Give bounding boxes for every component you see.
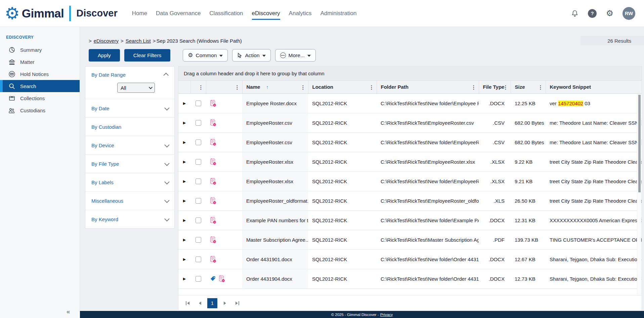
current-page-button[interactable]: 1 — [207, 298, 217, 308]
help-icon[interactable]: ? — [588, 9, 597, 18]
row-expand-arrow-icon[interactable]: ▶ — [178, 171, 190, 191]
common-dropdown-button[interactable]: ⚙ Common — [183, 49, 228, 62]
row-checkbox[interactable] — [196, 276, 201, 282]
filter-section-toggle[interactable]: By Date Range — [91, 67, 168, 83]
notifications-bell-icon[interactable] — [570, 9, 579, 18]
nav-ediscovery[interactable]: eDiscovery — [252, 0, 280, 27]
more-dropdown-button[interactable]: ••• More... — [275, 49, 316, 62]
location-column-header[interactable]: Location⋮ — [308, 81, 377, 93]
table-row[interactable]: ▶Employee Roster.docxSQL2012-RICKC:\Rick… — [178, 93, 642, 113]
sidebar-collapse-button[interactable]: « — [67, 308, 70, 315]
first-page-button[interactable] — [182, 298, 192, 308]
user-avatar[interactable]: RW — [622, 7, 635, 20]
row-expand-arrow-icon[interactable]: ▶ — [178, 113, 190, 132]
breadcrumb-link-search-list[interactable]: Search List — [126, 38, 151, 44]
filter-section-toggle[interactable]: By Labels — [91, 173, 168, 191]
table-row[interactable]: ▶EmployeeRoster.xlsxSQL2012-RICKC:\RickT… — [178, 152, 642, 171]
nav-classification[interactable]: Classification — [209, 0, 243, 27]
column-menu-icon[interactable]: ⋮ — [235, 84, 240, 89]
vertical-scrollbar[interactable] — [637, 94, 641, 295]
nav-home[interactable]: Home — [132, 0, 147, 27]
last-page-button[interactable] — [232, 298, 242, 308]
row-expand-arrow-icon[interactable]: ▶ — [178, 249, 190, 269]
chevron-down-icon — [219, 55, 223, 57]
column-menu-icon[interactable]: ⋮ — [199, 84, 204, 89]
previous-page-button[interactable] — [195, 298, 205, 308]
row-checkbox[interactable] — [196, 198, 201, 204]
nav-analytics[interactable]: Analytics — [289, 0, 312, 27]
column-menu-icon[interactable]: ⋮ — [538, 84, 543, 89]
file-type-column-header[interactable]: File Type⋮ — [479, 81, 511, 93]
table-row[interactable]: ▶EmployeeRoster.csvSQL2012-RICKC:\RickTe… — [178, 113, 642, 132]
sidebar-item-collections[interactable]: Collections — [0, 92, 80, 104]
row-expand-arrow-icon[interactable]: ▶ — [178, 132, 190, 152]
row-expand-arrow-icon[interactable]: ▶ — [178, 210, 190, 230]
column-menu-icon[interactable]: ⋮ — [301, 84, 306, 89]
row-expand-arrow-icon[interactable]: ▶ — [178, 152, 190, 171]
keyword-snippet-column-header[interactable]: Keyword Snippet — [546, 81, 642, 93]
row-checkbox[interactable] — [196, 159, 201, 165]
filter-section-toggle[interactable]: Miscellaneous — [91, 192, 168, 210]
row-checkbox[interactable] — [196, 101, 201, 106]
table-row[interactable]: ▶EmployeeRoster_oldformat....SQL2012-RIC… — [178, 191, 642, 210]
size-column-header[interactable]: Size⋮ — [511, 81, 546, 93]
cell-keyword-snippet: me: Theodore Last Name: Cleaver SSN: 145… — [546, 113, 642, 132]
document-flag-icon — [210, 256, 216, 263]
table-row[interactable]: ▶Order 4431904.docxSQL2012-RICKC:\RickTe… — [178, 269, 642, 288]
row-checkbox[interactable] — [196, 217, 201, 223]
cell-location: SQL2012-RICK — [308, 249, 377, 269]
scrollbar-thumb[interactable] — [638, 95, 641, 192]
table-row[interactable]: ▶Master Subscription Agree...SQL2012-RIC… — [178, 230, 642, 249]
sidebar-item-hold-notices[interactable]: Hold Notices — [0, 68, 80, 80]
table-row[interactable]: ▶EmployeeRoster.xlsxSQL2012-RICKC:\RickT… — [178, 171, 642, 191]
row-checkbox[interactable] — [196, 237, 201, 243]
sidebar-item-search[interactable]: Search — [0, 80, 80, 92]
sidebar-item-summary[interactable]: Summary — [0, 44, 80, 56]
row-expand-arrow-icon[interactable]: ▶ — [178, 93, 190, 113]
row-checkbox[interactable] — [196, 120, 201, 126]
icons-column-header[interactable]: ⋮ — [206, 81, 242, 93]
settings-gear-icon[interactable]: ⚙ — [605, 9, 614, 18]
pie-chart-icon — [8, 46, 15, 53]
clear-filters-button[interactable]: Clear Filters — [124, 49, 171, 62]
document-flag-icon — [210, 158, 216, 165]
row-expand-arrow-icon[interactable]: ▶ — [178, 191, 190, 210]
cursor-arrow-icon — [237, 53, 242, 58]
cell-keyword-snippet: XXXXXXXXXXX0005 American Express 3714 — [546, 210, 642, 230]
row-expand-arrow-icon[interactable]: ▶ — [178, 230, 190, 249]
row-checkbox[interactable] — [196, 140, 201, 145]
column-menu-icon[interactable]: ⋮ — [471, 84, 476, 89]
row-checkbox[interactable] — [196, 178, 201, 184]
filter-section-toggle[interactable]: By Keyword — [91, 210, 168, 228]
sidebar-item-custodians[interactable]: Custodians — [0, 104, 80, 116]
sidebar-item-matter[interactable]: Matter — [0, 56, 80, 68]
action-dropdown-button[interactable]: Action — [232, 49, 270, 62]
folder-path-column-header[interactable]: Folder Path⋮ — [377, 81, 479, 93]
cell-file-type: .CSV — [479, 132, 511, 152]
cell-size: 9.22 KB — [511, 152, 546, 171]
brand-product: Discover — [76, 8, 118, 19]
filter-section-toggle[interactable]: By Device — [91, 136, 168, 154]
table-row[interactable]: ▶Order 4431901.docxSQL2012-RICKC:\RickTe… — [178, 249, 642, 269]
cell-name: EmployeeRoster_oldformat.... — [242, 191, 308, 210]
filter-section-toggle[interactable]: By Date — [91, 99, 168, 117]
filter-section-toggle[interactable]: By File Type — [91, 155, 168, 173]
nav-administration[interactable]: Administration — [320, 0, 357, 27]
select-column-header[interactable]: ⋮ — [190, 81, 206, 93]
nav-data-governance[interactable]: Data Governance — [156, 0, 201, 27]
column-menu-icon[interactable]: ⋮ — [503, 84, 508, 89]
row-expand-arrow-icon[interactable]: ▶ — [178, 269, 190, 288]
table-row[interactable]: ▶Example PAN numbers for t...SQL2012-RIC… — [178, 210, 642, 230]
table-row[interactable]: ▶EmployeeRoster.csvSQL2012-RICKC:\RickTe… — [178, 132, 642, 152]
next-page-button[interactable] — [220, 298, 230, 308]
date-range-select[interactable]: All — [117, 83, 155, 93]
breadcrumb-link-ediscovery[interactable]: eDiscovery — [94, 38, 119, 44]
common-gear-icon: ⚙ — [188, 52, 193, 59]
column-menu-icon[interactable]: ⋮ — [369, 84, 374, 89]
privacy-link[interactable]: Privacy — [380, 313, 393, 317]
row-checkbox[interactable] — [196, 256, 201, 262]
filter-section-by-labels: By Labels — [85, 173, 174, 192]
apply-button[interactable]: Apply — [89, 49, 120, 62]
name-column-header[interactable]: Name↑⋮ — [242, 81, 308, 93]
filter-section-toggle[interactable]: By Custodian — [91, 118, 168, 136]
